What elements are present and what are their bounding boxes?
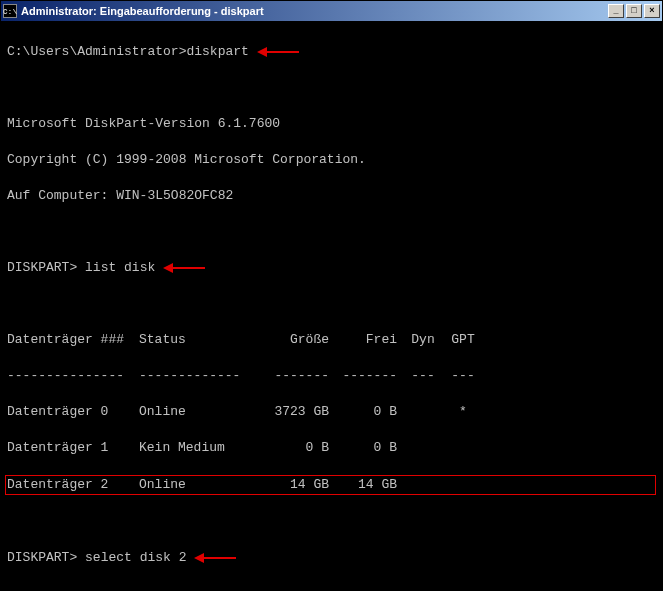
ul-gpt: ---	[443, 367, 483, 385]
ul-status: -------------	[139, 367, 259, 385]
initial-prompt-line: C:\Users\Administrator>diskpart	[7, 43, 656, 61]
banner-line-3: Auf Computer: WIN-3L5O82OFC82	[7, 187, 656, 205]
ul-free: -------	[335, 367, 403, 385]
col-header-free: Frei	[335, 331, 403, 349]
banner-line-1: Microsoft DiskPart-Version 6.1.7600	[7, 115, 656, 133]
cell-gpt	[443, 476, 483, 494]
table-row: Datenträger 1Kein Medium0 B0 B	[7, 439, 656, 457]
cell-id: Datenträger 0	[7, 403, 139, 421]
arrow-icon	[257, 47, 299, 57]
cell-free: 14 GB	[335, 476, 403, 494]
cell-size: 14 GB	[259, 476, 335, 494]
banner-line-2: Copyright (C) 1999-2008 Microsoft Corpor…	[7, 151, 656, 169]
initial-prompt: C:\Users\Administrator>	[7, 44, 186, 59]
cell-size: 0 B	[259, 439, 335, 457]
cell-dyn	[403, 403, 443, 421]
blank-line	[7, 295, 656, 313]
cmd-listdisk: list disk	[85, 260, 155, 275]
window-buttons: _ □ ×	[608, 4, 660, 18]
listdisk-line: DISKPART> list disk	[7, 259, 656, 277]
cmd-icon: C:\	[3, 4, 17, 18]
blank-line	[7, 585, 656, 590]
col-header-status: Status	[139, 331, 259, 349]
table-row: Datenträger 0Online3723 GB0 B*	[7, 403, 656, 421]
diskpart-prompt: DISKPART>	[7, 550, 77, 565]
table-underline: ----------------------------------------…	[7, 367, 656, 385]
cell-gpt	[443, 439, 483, 457]
cell-free: 0 B	[335, 403, 403, 421]
cell-id: Datenträger 2	[7, 476, 139, 494]
cell-free: 0 B	[335, 439, 403, 457]
table-header: Datenträger ###StatusGrößeFreiDynGPT	[7, 331, 656, 349]
ul-size: -------	[259, 367, 335, 385]
arrow-icon	[163, 263, 205, 273]
ul-dyn: ---	[403, 367, 443, 385]
cell-gpt: *	[443, 403, 483, 421]
terminal-content[interactable]: C:\Users\Administrator>diskpart Microsof…	[1, 21, 662, 590]
blank-line	[7, 79, 656, 97]
command-prompt-window: C:\ Administrator: Eingabeaufforderung -…	[0, 0, 663, 591]
maximize-button[interactable]: □	[626, 4, 642, 18]
blank-line	[7, 223, 656, 241]
cell-status: Kein Medium	[139, 439, 259, 457]
cmd-selectdisk: select disk 2	[85, 550, 186, 565]
cmd-diskpart: diskpart	[186, 44, 248, 59]
table-row-highlighted: Datenträger 2Online14 GB14 GB	[5, 475, 656, 495]
col-header-gpt: GPT	[443, 331, 483, 349]
col-header-size: Größe	[259, 331, 335, 349]
cell-size: 3723 GB	[259, 403, 335, 421]
titlebar[interactable]: C:\ Administrator: Eingabeaufforderung -…	[1, 1, 662, 21]
cell-status: Online	[139, 476, 259, 494]
col-header-dyn: Dyn	[403, 331, 443, 349]
cell-dyn	[403, 439, 443, 457]
cell-dyn	[403, 476, 443, 494]
window-title: Administrator: Eingabeaufforderung - dis…	[21, 5, 608, 17]
selectdisk-line: DISKPART> select disk 2	[7, 549, 656, 567]
col-header-id: Datenträger ###	[7, 331, 139, 349]
diskpart-prompt: DISKPART>	[7, 260, 77, 275]
minimize-button[interactable]: _	[608, 4, 624, 18]
close-button[interactable]: ×	[644, 4, 660, 18]
blank-line	[7, 513, 656, 531]
ul-id: ---------------	[7, 367, 139, 385]
cell-status: Online	[139, 403, 259, 421]
arrow-icon	[194, 553, 236, 563]
cell-id: Datenträger 1	[7, 439, 139, 457]
